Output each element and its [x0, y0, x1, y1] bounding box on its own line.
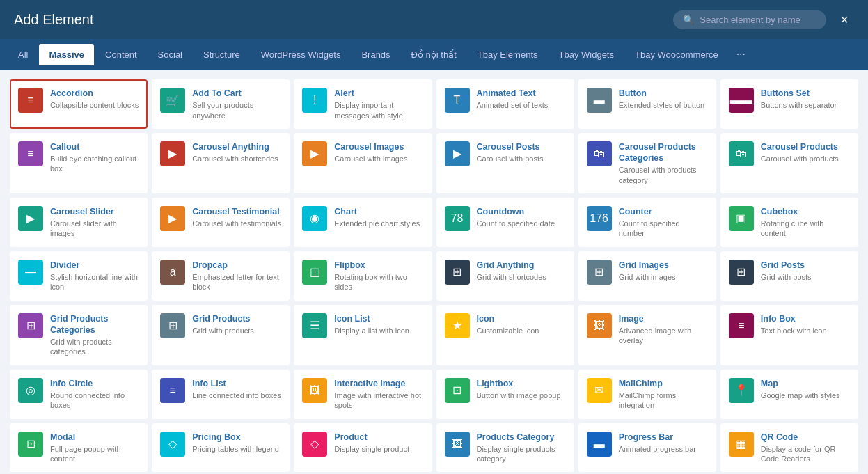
element-card-animated-text[interactable]: TAnimated TextAnimated set of texts — [436, 79, 574, 129]
element-desc-carousel-anything: Carousel with shortcodes — [192, 154, 281, 164]
tab-social[interactable]: Social — [148, 44, 192, 65]
tab-tbay-woocommerce[interactable]: Tbay Woocommerce — [625, 44, 728, 65]
element-card-info-box[interactable]: ≡Info BoxText block with icon — [720, 305, 858, 365]
element-card-mailchimp[interactable]: ✉MailChimpMailChimp forms integration — [578, 370, 716, 419]
element-icon-carousel-posts: ▶ — [445, 141, 470, 166]
element-title-flipbox: Flipbox — [334, 260, 423, 271]
element-desc-dropcap: Emphasized letter for text block — [192, 272, 281, 292]
element-title-interactive-image: Interactive Image — [334, 378, 423, 389]
tab-do-noi-that[interactable]: Đồ nội thất — [402, 44, 466, 65]
element-card-buttons-set[interactable]: ▬▬Buttons SetButtons with separator — [720, 79, 858, 129]
element-card-divider[interactable]: —DividerStylish horizontal line with ico… — [10, 251, 148, 301]
element-card-info-list[interactable]: ≡Info ListLine connected info boxes — [152, 370, 290, 419]
element-card-modal[interactable]: ⊡ModalFull page popup with content — [10, 423, 148, 473]
search-box[interactable]: 🔍 — [673, 10, 826, 29]
tab-content[interactable]: Content — [95, 44, 147, 65]
element-card-lightbox[interactable]: ⊡LightboxButton with image popup — [436, 370, 574, 419]
tab-brands[interactable]: Brands — [352, 44, 400, 65]
element-icon-products-category: 🖼 — [445, 432, 470, 457]
element-info-interactive-image: Interactive ImageImage with interactive … — [334, 378, 423, 411]
tab-structure[interactable]: Structure — [194, 44, 250, 65]
element-card-callout[interactable]: ≡CalloutBuild eye catching callout box — [10, 133, 148, 193]
element-card-dropcap[interactable]: aDropcapEmphasized letter for text block — [152, 251, 290, 301]
element-card-interactive-image[interactable]: 🖼Interactive ImageImage with interactive… — [294, 370, 432, 419]
element-card-info-circle[interactable]: ◎Info CircleRound connected info boxes — [10, 370, 148, 419]
search-input[interactable] — [700, 15, 816, 25]
element-card-counter[interactable]: 176CounterCount to specified number — [578, 198, 716, 247]
element-info-carousel-slider: Carousel SliderCarousel slider with imag… — [50, 206, 139, 239]
element-card-icon[interactable]: ★IconCustomizable icon — [436, 305, 574, 365]
element-icon-carousel-images: ▶ — [302, 141, 327, 166]
element-desc-carousel-images: Carousel with images — [334, 154, 423, 164]
element-icon-info-box: ≡ — [729, 313, 754, 338]
element-title-image: Image — [619, 313, 708, 324]
element-desc-map: Google map with styles — [761, 390, 850, 400]
element-desc-carousel-posts: Carousel with posts — [477, 154, 566, 164]
tab-tbay-widgets[interactable]: Tbay Widgets — [549, 44, 624, 65]
element-card-carousel-slider[interactable]: ▶Carousel SliderCarousel slider with ima… — [10, 198, 148, 247]
element-title-grid-posts: Grid Posts — [761, 260, 850, 271]
element-card-carousel-images[interactable]: ▶Carousel ImagesCarousel with images — [294, 133, 432, 193]
element-card-chart[interactable]: ◉ChartExtended pie chart styles — [294, 198, 432, 247]
element-card-add-to-cart[interactable]: 🛒Add To CartSell your products anywhere — [152, 79, 290, 129]
tab-massive[interactable]: Massive — [39, 44, 94, 65]
element-icon-alert: ! — [302, 88, 327, 113]
element-info-modal: ModalFull page popup with content — [50, 432, 139, 464]
tab-wordpress-widgets[interactable]: WordPress Widgets — [251, 44, 351, 65]
element-desc-carousel-testimonial: Carousel with testimonials — [192, 219, 281, 228]
element-info-grid-images: Grid ImagesGrid with images — [619, 260, 708, 283]
element-card-button[interactable]: ▬ButtonExtended styles of button — [578, 79, 716, 129]
element-info-counter: CounterCount to specified number — [619, 206, 708, 239]
element-title-grid-products: Grid Products — [192, 313, 281, 324]
tab-all[interactable]: All — [8, 44, 38, 65]
element-card-grid-images[interactable]: ⊞Grid ImagesGrid with images — [578, 251, 716, 301]
element-desc-counter: Count to specified number — [619, 219, 708, 239]
element-card-icon-list[interactable]: ☰Icon ListDisplay a list with icon. — [294, 305, 432, 365]
element-info-add-to-cart: Add To CartSell your products anywhere — [192, 88, 281, 120]
element-card-image[interactable]: 🖼ImageAdvanced image with overlay — [578, 305, 716, 365]
element-info-grid-products-categories: Grid Products CategoriesGrid with produc… — [50, 313, 139, 357]
element-info-qr-code: QR CodeDisplay a code for QR Code Reader… — [761, 432, 850, 464]
element-card-alert[interactable]: !AlertDisplay important messages with st… — [294, 79, 432, 129]
element-card-cubebox[interactable]: ▣CubeboxRotating cube with content — [720, 198, 858, 247]
element-icon-map: 📍 — [729, 378, 754, 403]
element-card-carousel-posts[interactable]: ▶Carousel PostsCarousel with posts — [436, 133, 574, 193]
element-card-accordion[interactable]: ≡AccordionCollapsible content blocks — [10, 79, 148, 129]
element-card-grid-anything[interactable]: ⊞Grid AnythingGrid with shortcodes — [436, 251, 574, 301]
element-icon-grid-products-categories: ⊞ — [18, 313, 43, 338]
element-card-qr-code[interactable]: ▦QR CodeDisplay a code for QR Code Reade… — [720, 423, 858, 473]
element-info-dropcap: DropcapEmphasized letter for text block — [192, 260, 281, 292]
element-card-product[interactable]: ◇ProductDisplay single product — [294, 423, 432, 473]
element-title-counter: Counter — [619, 206, 708, 217]
elements-grid: ≡AccordionCollapsible content blocks🛒Add… — [10, 79, 858, 474]
close-button[interactable]: × — [835, 9, 854, 31]
element-info-icon-list: Icon ListDisplay a list with icon. — [334, 313, 423, 336]
element-title-info-circle: Info Circle — [50, 378, 139, 389]
element-icon-icon-list: ☰ — [302, 313, 327, 338]
element-card-pricing-box[interactable]: ◇Pricing BoxPricing tables with legend — [152, 423, 290, 473]
element-card-grid-posts[interactable]: ⊞Grid PostsGrid with posts — [720, 251, 858, 301]
element-info-mailchimp: MailChimpMailChimp forms integration — [619, 378, 708, 411]
element-desc-divider: Stylish horizontal line with icon — [50, 272, 139, 292]
element-card-countdown[interactable]: 78CountdownCount to specified date — [436, 198, 574, 247]
element-icon-cubebox: ▣ — [729, 206, 754, 231]
element-icon-dropcap: a — [160, 260, 185, 285]
element-card-carousel-products[interactable]: 🛍Carousel ProductsCarousel with products — [720, 133, 858, 193]
element-desc-qr-code: Display a code for QR Code Readers — [761, 444, 850, 464]
element-icon-grid-anything: ⊞ — [445, 260, 470, 285]
element-card-map[interactable]: 📍MapGoogle map with styles — [720, 370, 858, 419]
element-card-carousel-anything[interactable]: ▶Carousel AnythingCarousel with shortcod… — [152, 133, 290, 193]
element-card-grid-products-categories[interactable]: ⊞Grid Products CategoriesGrid with produ… — [10, 305, 148, 365]
element-info-info-list: Info ListLine connected info boxes — [192, 378, 281, 401]
element-card-carousel-products-categories[interactable]: 🛍Carousel Products CategoriesCarousel wi… — [578, 133, 716, 193]
element-desc-chart: Extended pie chart styles — [334, 219, 423, 228]
element-card-flipbox[interactable]: ◫FlipboxRotating box with two sides — [294, 251, 432, 301]
element-title-modal: Modal — [50, 432, 139, 443]
element-card-progress-bar[interactable]: ▬Progress BarAnimated progress bar — [578, 423, 716, 473]
element-card-carousel-testimonial[interactable]: ▶Carousel TestimonialCarousel with testi… — [152, 198, 290, 247]
tabs-more-button[interactable]: ··· — [729, 42, 752, 66]
tab-tbay-elements[interactable]: Tbay Elements — [468, 44, 548, 65]
element-card-products-category[interactable]: 🖼Products CategoryDisplay single product… — [436, 423, 574, 473]
element-card-grid-products[interactable]: ⊞Grid ProductsGrid with products — [152, 305, 290, 365]
element-icon-pricing-box: ◇ — [160, 432, 185, 457]
